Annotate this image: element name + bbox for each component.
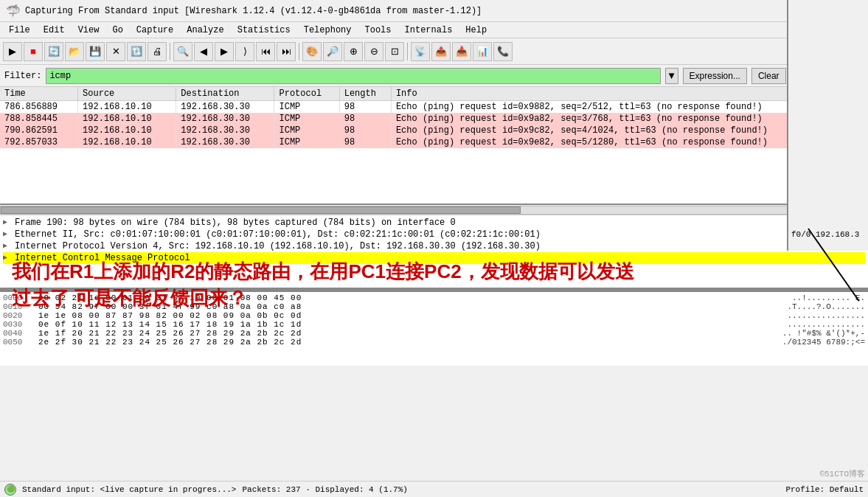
toolbar-stats-btn[interactable]: 📊 — [473, 42, 492, 61]
cell-protocol: ICMP — [274, 136, 339, 148]
toolbar-go-btn[interactable]: ⟩ — [235, 42, 254, 61]
menu-item-help[interactable]: Help — [459, 24, 493, 37]
toolbar-reload-btn[interactable]: 🔃 — [127, 42, 146, 61]
col-time: Time — [0, 87, 78, 101]
packet-detail: ▶Frame 190: 98 bytes on wire (784 bits),… — [0, 215, 868, 289]
packet-list[interactable]: Time Source Destination Protocol Length … — [0, 87, 868, 205]
menubar: FileEditViewGoCaptureAnalyzeStatisticsTe… — [0, 22, 868, 38]
cell-time: 790.862591 — [0, 125, 78, 136]
hex-dump: 0000c0 02 21 1c 00 01 c0 01 07 10 00 01 … — [0, 292, 868, 366]
toolbar-fwd-btn[interactable]: ▶ — [215, 42, 234, 61]
table-row[interactable]: 786.856889192.168.10.10192.168.30.30ICMP… — [0, 101, 868, 114]
hex-row: 00300e 0f 10 11 12 13 14 15 16 17 18 19 … — [3, 320, 865, 329]
statusbar: 🟢 Standard input: <live capture in progr… — [0, 481, 868, 497]
filter-dropdown-btn[interactable]: ▼ — [665, 68, 678, 84]
expand-icon: ▶ — [3, 218, 12, 226]
packet-table: Time Source Destination Protocol Length … — [0, 87, 868, 148]
toolbar: ▶ ■ 🔄 📂 💾 ✕ 🔃 🖨 🔍 ◀ ▶ ⟩ ⏮ ⏭ 🎨 🔎 ⊕ ⊖ ⊡ 📡 … — [0, 38, 868, 65]
cell-source: 192.168.10.10 — [78, 101, 176, 114]
hex-row: 0000c0 02 21 1c 00 01 c0 01 07 10 00 01 … — [3, 293, 865, 302]
cell-time: 792.857033 — [0, 136, 78, 148]
toolbar-export-btn[interactable]: 📤 — [431, 42, 451, 61]
cell-time: 788.858445 — [0, 113, 78, 125]
toolbar-first-btn[interactable]: ⏮ — [256, 42, 275, 61]
cell-source: 192.168.10.10 — [78, 125, 176, 136]
toolbar-sep1 — [170, 43, 170, 60]
toolbar-stop-btn[interactable]: ■ — [24, 42, 43, 61]
hex-offset: 0020 — [3, 311, 32, 320]
detail-text: Internet Protocol Version 4, Src: 192.16… — [15, 241, 541, 251]
toolbar-sep3 — [407, 43, 408, 60]
detail-row[interactable]: ▶Internet Protocol Version 4, Src: 192.1… — [3, 240, 865, 252]
filterbar: Filter: ▼ Expression... Clear Apply Save — [0, 65, 868, 87]
menu-item-analyze[interactable]: Analyze — [181, 24, 229, 37]
detail-row[interactable]: ▶Ethernet II, Src: c0:01:07:10:00:01 (c0… — [3, 229, 865, 240]
toolbar-colorize-btn[interactable]: 🎨 — [302, 42, 322, 61]
toolbar-capture-btn[interactable]: 📡 — [411, 42, 430, 61]
hex-bytes: 0e 0f 10 11 12 13 14 15 16 17 18 19 1a 1… — [38, 320, 781, 329]
detail-row[interactable]: ▶Internet Control Message Protocol — [3, 252, 865, 264]
menu-item-tools[interactable]: Tools — [359, 24, 397, 37]
detail-row[interactable]: ▶Frame 190: 98 bytes on wire (784 bits),… — [3, 217, 865, 229]
cell-length: 98 — [339, 113, 391, 125]
hex-ascii: ................ — [787, 320, 865, 329]
hscroll-thumb[interactable] — [1, 206, 521, 214]
table-row[interactable]: 792.857033192.168.10.10192.168.30.30ICMP… — [0, 136, 868, 148]
right-panel: f0/0 192.168.3 — [787, 0, 868, 251]
cell-source: 192.168.10.10 — [78, 113, 176, 125]
hscroll-bar[interactable] — [0, 206, 868, 215]
toolbar-zoomout-btn[interactable]: ⊖ — [364, 42, 383, 61]
col-destination: Destination — [176, 87, 274, 101]
col-length: Length — [339, 87, 391, 101]
toolbar-back-btn[interactable]: ◀ — [194, 42, 213, 61]
toolbar-save-btn[interactable]: 💾 — [86, 42, 105, 61]
statusbar-profile: Profile: Default — [785, 485, 864, 494]
expression-button[interactable]: Expression... — [683, 68, 747, 84]
table-row[interactable]: 788.858445192.168.10.10192.168.30.30ICMP… — [0, 113, 868, 125]
cell-destination: 192.168.30.30 — [176, 113, 274, 125]
table-row[interactable]: 790.862591192.168.10.10192.168.30.30ICMP… — [0, 125, 868, 136]
menu-item-view[interactable]: View — [72, 24, 105, 37]
menu-item-statistics[interactable]: Statistics — [232, 24, 296, 37]
titlebar-title: Capturing From Standard input [Wireshark… — [25, 6, 482, 16]
toolbar-print-btn[interactable]: 🖨 — [147, 42, 167, 61]
toolbar-autozoom-btn[interactable]: 🔎 — [323, 42, 342, 61]
filter-input[interactable] — [46, 68, 660, 84]
toolbar-restart-btn[interactable]: 🔄 — [44, 42, 63, 61]
cell-source: 192.168.10.10 — [78, 136, 176, 148]
expand-icon: ▶ — [3, 253, 12, 262]
cell-destination: 192.168.30.30 — [176, 101, 274, 114]
menu-item-capture[interactable]: Capture — [131, 24, 179, 37]
toolbar-start-btn[interactable]: ▶ — [3, 42, 22, 61]
hex-row: 00502e 2f 30 21 22 23 24 25 26 27 28 29 … — [3, 338, 865, 347]
hex-row: 001000 54 82 97 00 00 3f 01 4f 99 c0 a8 … — [3, 302, 865, 311]
cell-destination: 192.168.30.30 — [176, 136, 274, 148]
hscroll-area[interactable] — [0, 205, 868, 215]
toolbar-zoomin-btn[interactable]: ⊕ — [344, 42, 363, 61]
toolbar-last-btn[interactable]: ⏭ — [277, 42, 296, 61]
detail-text: Internet Control Message Protocol — [15, 253, 190, 263]
titlebar: 🦈 Capturing From Standard input [Wiresha… — [0, 0, 868, 22]
main-area: Time Source Destination Protocol Length … — [0, 87, 868, 497]
menu-item-file[interactable]: File — [3, 24, 36, 37]
table-header-row: Time Source Destination Protocol Length … — [0, 87, 868, 101]
clear-button[interactable]: Clear — [751, 68, 786, 84]
menu-item-go[interactable]: Go — [106, 24, 128, 37]
menu-item-internals[interactable]: Internals — [399, 24, 459, 37]
toolbar-close-btn[interactable]: ✕ — [106, 42, 125, 61]
hex-offset: 0000 — [3, 293, 32, 302]
toolbar-resize-btn[interactable]: ⊡ — [385, 42, 404, 61]
hex-row: 00401e 1f 20 21 22 23 24 25 26 27 28 29 … — [3, 329, 865, 338]
cell-length: 98 — [339, 136, 391, 148]
toolbar-tel-btn[interactable]: 📞 — [493, 42, 513, 61]
hex-ascii: ................ — [787, 311, 865, 320]
toolbar-open-btn[interactable]: 📂 — [65, 42, 84, 61]
watermark: ©51CTO博客 — [816, 467, 868, 481]
menu-item-telephony[interactable]: Telephony — [298, 24, 358, 37]
packet-tbody: 786.856889192.168.10.10192.168.30.30ICMP… — [0, 101, 868, 149]
hex-offset: 0030 — [3, 320, 32, 329]
toolbar-import-btn[interactable]: 📥 — [452, 42, 471, 61]
wireshark-icon: 🦈 — [6, 4, 21, 18]
menu-item-edit[interactable]: Edit — [38, 24, 71, 37]
toolbar-find-btn[interactable]: 🔍 — [173, 42, 192, 61]
